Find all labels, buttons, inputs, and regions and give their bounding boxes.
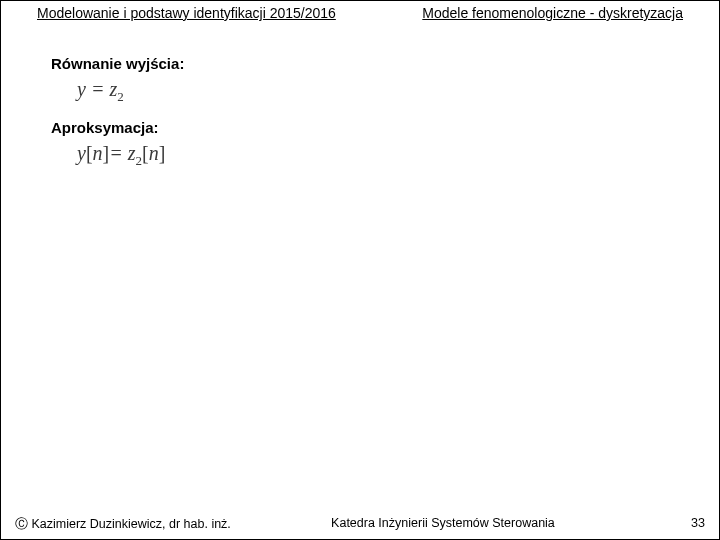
eq-bracket-open: [ — [86, 142, 93, 164]
eq-var-z: z — [128, 142, 136, 164]
footer-page-number: 33 — [691, 516, 705, 533]
header-course-title: Modelowanie i podstawy identyfikacji 201… — [37, 5, 336, 21]
footer-department: Katedra Inżynierii Systemów Sterowania — [213, 516, 673, 533]
eq-var-n: n — [149, 142, 159, 164]
eq-equals: = — [86, 78, 110, 100]
slide-header: Modelowanie i podstawy identyfikacji 201… — [1, 1, 719, 23]
eq-var-y: y — [77, 142, 86, 164]
heading-output-equation: Równanie wyjścia: — [51, 55, 669, 72]
eq-subscript-2: 2 — [117, 89, 124, 104]
footer-author: Ⓒ Kazimierz Duzinkiewicz, dr hab. inż. — [15, 516, 231, 533]
slide-content: Równanie wyjścia: y = z2 Aproksymacja: y… — [1, 23, 719, 169]
heading-approximation: Aproksymacja: — [51, 119, 669, 136]
eq-equals: = — [109, 142, 128, 164]
header-topic-title: Modele fenomenologiczne - dyskretyzacja — [422, 5, 683, 21]
slide-footer: Ⓒ Kazimierz Duzinkiewicz, dr hab. inż. K… — [1, 516, 719, 533]
eq-bracket-open: [ — [142, 142, 149, 164]
equation-approximation: y[n]= z2[n] — [77, 142, 669, 169]
eq-var-n: n — [93, 142, 103, 164]
equation-output: y = z2 — [77, 78, 669, 105]
eq-bracket-close: ] — [159, 142, 166, 164]
eq-var-y: y — [77, 78, 86, 100]
